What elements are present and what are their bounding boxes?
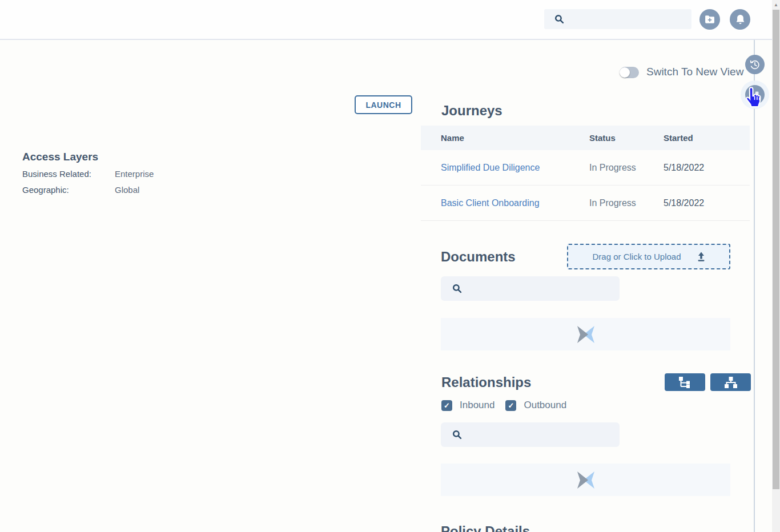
sitemap-icon (725, 377, 737, 388)
tree-icon (679, 377, 691, 388)
journey-started: 5/18/2022 (664, 198, 750, 208)
filter-inbound: Inbound (441, 400, 494, 411)
journeys-table: Name Status Started Simplified Due Dilig… (421, 126, 750, 221)
filter-outbound: Outbound (505, 400, 566, 411)
outbound-label: Outbound (524, 400, 566, 411)
top-bar (0, 0, 780, 40)
documents-empty-state (441, 318, 730, 350)
hierarchy-view-button[interactable] (710, 373, 751, 391)
column-header-name: Name (421, 133, 589, 143)
access-layer-value: Global (115, 185, 139, 195)
access-layers-section: Access Layers Business Related: Enterpri… (22, 151, 154, 201)
journeys-title: Journeys (441, 103, 502, 119)
documents-title: Documents (441, 249, 516, 265)
history-button[interactable] (745, 55, 765, 74)
journey-started: 5/18/2022 (664, 163, 750, 173)
relationships-empty-state (441, 464, 730, 496)
right-rail-divider (754, 40, 755, 532)
journey-row: Simplified Due Diligence In Progress 5/1… (421, 150, 750, 186)
vertical-scrollbar[interactable]: ▲ (772, 0, 780, 532)
documents-search-input[interactable] (469, 284, 620, 293)
journeys-table-header: Name Status Started (421, 126, 750, 150)
upload-label: Drag or Click to Upload (591, 252, 682, 261)
column-header-started: Started (664, 133, 750, 143)
policy-details-title: Policy Details (441, 523, 530, 532)
search-icon (554, 14, 564, 24)
access-layer-value: Enterprise (115, 169, 154, 179)
upload-icon (696, 251, 706, 262)
switch-view-label: Switch To New View (646, 66, 743, 78)
documents-search[interactable] (441, 276, 620, 301)
search-icon (452, 430, 462, 440)
journey-status: In Progress (589, 163, 664, 173)
journey-name-link[interactable]: Simplified Due Diligence (441, 163, 540, 172)
journey-name-link[interactable]: Basic Client Onboarding (441, 198, 540, 208)
outbound-checkbox[interactable] (505, 400, 516, 411)
journey-row: Basic Client Onboarding In Progress 5/18… (421, 186, 750, 221)
inbound-checkbox[interactable] (441, 400, 452, 411)
column-header-status: Status (589, 133, 664, 143)
bell-icon (735, 14, 746, 26)
switch-view-toggle[interactable] (620, 67, 639, 78)
inbound-label: Inbound (460, 400, 494, 411)
tree-view-button[interactable] (665, 373, 705, 391)
x-logo-icon (576, 326, 596, 343)
relationship-filters: Inbound Outbound (441, 400, 566, 411)
scrollbar-up-arrow[interactable]: ▲ (772, 1, 780, 9)
access-layer-row: Business Related: Enterprise (22, 169, 154, 179)
upload-dropzone-button[interactable]: Drag or Click to Upload (567, 244, 730, 269)
notifications-button[interactable] (730, 9, 750, 30)
scrollbar-thumb[interactable] (773, 10, 779, 489)
folder-plus-icon (704, 14, 715, 25)
global-search-input[interactable] (570, 14, 691, 24)
add-folder-button[interactable] (699, 9, 720, 30)
access-layers-title: Access Layers (22, 151, 154, 163)
relationships-search[interactable] (441, 422, 620, 447)
access-layer-label: Business Related: (22, 169, 115, 179)
global-search[interactable] (544, 9, 691, 29)
relationships-search-input[interactable] (469, 430, 620, 440)
toggle-knob (620, 67, 630, 78)
x-logo-icon (576, 471, 596, 489)
access-layer-label: Geographic: (22, 185, 115, 195)
search-icon (452, 284, 462, 293)
access-layer-row: Geographic: Global (22, 185, 154, 195)
circle-icon (749, 88, 761, 101)
journey-status: In Progress (589, 198, 664, 208)
history-icon (749, 58, 761, 71)
launch-button[interactable]: LAUNCH (355, 95, 412, 114)
relationships-title: Relationships (441, 374, 531, 390)
rail-action-button[interactable] (745, 85, 765, 104)
